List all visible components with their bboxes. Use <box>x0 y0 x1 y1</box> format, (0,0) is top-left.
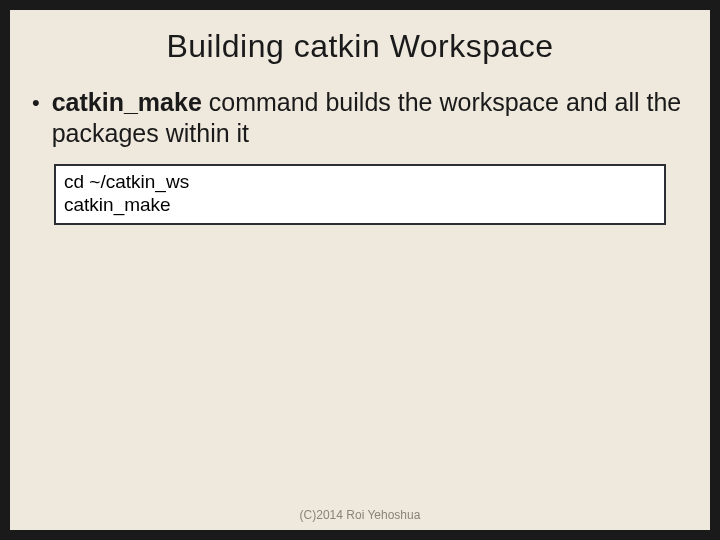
code-box: cd ~/catkin_ws catkin_make <box>54 164 666 226</box>
bullet-text: catkin_make command builds the workspace… <box>52 87 682 150</box>
slide-title: Building catkin Workspace <box>10 28 710 65</box>
bullet-item: • catkin_make command builds the workspa… <box>10 87 710 150</box>
footer-copyright: (C)2014 Roi Yehoshua <box>10 508 710 522</box>
code-line-1: cd ~/catkin_ws <box>64 170 656 194</box>
bullet-bold: catkin_make <box>52 88 202 116</box>
slide: Building catkin Workspace • catkin_make … <box>10 10 710 530</box>
bullet-icon: • <box>32 89 40 117</box>
code-line-2: catkin_make <box>64 193 656 217</box>
